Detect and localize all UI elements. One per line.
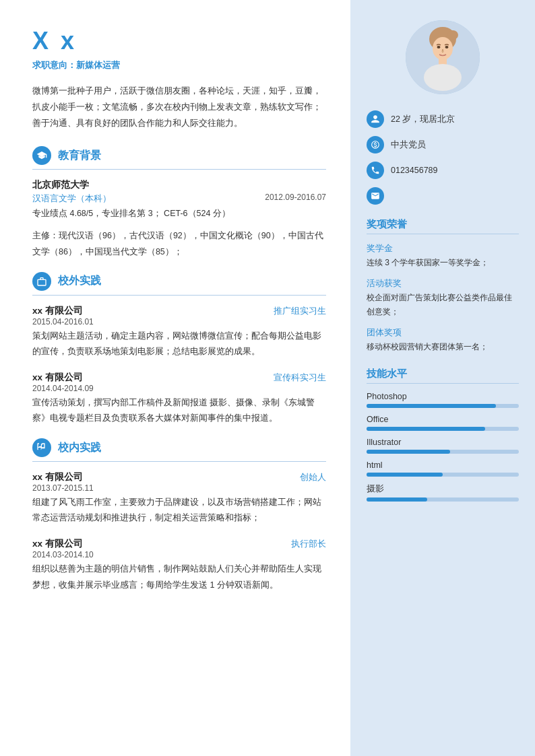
skill-item-4: 摄影	[367, 483, 519, 502]
exp-date-0: 2015.04-2016.01	[32, 317, 326, 327]
inside-exp-header-1: xx 有限公司 执行部长	[32, 538, 326, 550]
inside-practice-icon	[32, 438, 51, 457]
inside-exp-desc-1: 组织以慈善为主题的明信片销售，制作网站鼓励人们关心并帮助陌生人实现梦想，收集并展…	[32, 561, 326, 592]
left-column: X x 求职意向：新媒体运营 微博第一批种子用户，活跃于微信朋友圈，各种论坛，天…	[0, 0, 350, 756]
inside-exp-role-0: 创始人	[300, 471, 326, 483]
edu-courses: 主修：现代汉语（96），古代汉语（92），中国文化概论（90），中国古代文学（8…	[32, 228, 326, 259]
info-phone: 0123456789	[367, 162, 519, 179]
svg-point-5	[424, 64, 462, 91]
email-svg	[371, 191, 380, 201]
inside-exp-company-1: xx 有限公司	[32, 538, 83, 550]
skill-name-2: Illustrator	[367, 438, 519, 447]
book-svg	[36, 442, 47, 453]
award-name-0: 奖学金	[367, 242, 519, 254]
skill-bar-fill-0	[367, 404, 496, 408]
exp-company-1: xx 有限公司	[32, 372, 83, 384]
inside-exp-item-1: xx 有限公司 执行部长 2014.03-2014.10 组织以慈善为主题的明信…	[32, 538, 326, 592]
phone-svg	[371, 166, 380, 175]
education-section-header: 教育背景	[32, 146, 326, 170]
inside-practice-list: xx 有限公司 创始人 2013.07-2015.11 组建了风飞雨工作室，主要…	[32, 471, 326, 593]
header-description: 微博第一批种子用户，活跃于微信朋友圈，各种论坛，天涯，知乎，豆瓣，扒皮小能手一枚…	[32, 83, 326, 131]
info-email	[367, 187, 519, 205]
award-desc-2: 移动杯校园营销大赛团体第一名；	[367, 340, 519, 353]
edu-date: 2012.09-2016.07	[265, 193, 326, 206]
award-item-2: 团体奖项 移动杯校园营销大赛团体第一名；	[367, 327, 519, 353]
skill-bar-fill-1	[367, 427, 485, 431]
inside-exp-role-1: 执行部长	[291, 538, 326, 550]
outside-practice-title: 校外实践	[58, 274, 101, 288]
exp-role-1: 宣传科实习生	[274, 372, 326, 384]
exp-header-1: xx 有限公司 宣传科实习生	[32, 372, 326, 384]
skill-bar-bg-3	[367, 473, 519, 477]
inside-exp-header-0: xx 有限公司 创始人	[32, 471, 326, 483]
header: X x 求职意向：新媒体运营 微博第一批种子用户，活跃于微信朋友圈，各种论坛，天…	[32, 27, 326, 131]
skill-bar-fill-3	[367, 473, 443, 477]
svg-point-2	[447, 30, 458, 40]
exp-desc-0: 策划网站主题活动，确定主题内容，网站微博微信宣传；配合每期公益电影的宣传，负责联…	[32, 329, 326, 359]
award-item-1: 活动获奖 校企面对面广告策划比赛公益类作品最佳创意奖；	[367, 277, 519, 318]
award-item-0: 奖学金 连续 3 个学年获国家一等奖学金；	[367, 242, 519, 269]
skills-title: 技能水平	[367, 368, 519, 384]
inside-exp-date-1: 2014.03-2014.10	[32, 550, 326, 559]
exp-role-0: 推广组实习生	[274, 305, 326, 317]
skill-bar-fill-4	[367, 497, 427, 502]
title-value: 新媒体运营	[76, 60, 120, 70]
personal-info: 22 岁，现居北京 中共党员 0123456789	[367, 110, 519, 205]
phone-text: 0123456789	[391, 166, 438, 175]
inside-exp-company-0: xx 有限公司	[32, 471, 83, 483]
exp-desc-1: 宣传活动策划，撰写内部工作稿件及新闻报道 摄影、摄像、录制《东城警察》电视专题栏…	[32, 395, 326, 426]
avatar-svg	[406, 20, 480, 94]
age-location-text: 22 岁，现居北京	[391, 114, 455, 125]
skill-bar-bg-1	[367, 427, 519, 431]
skill-bar-fill-2	[367, 450, 450, 454]
education-icon	[32, 146, 51, 165]
edu-major: 汉语言文学（本科）	[32, 193, 111, 205]
exp-item-1: xx 有限公司 宣传科实习生 2014.04-2014.09 宣传活动策划，撰写…	[32, 372, 326, 426]
exp-company-0: xx 有限公司	[32, 305, 83, 317]
exp-header-0: xx 有限公司 推广组实习生	[32, 305, 326, 317]
skill-item-2: Illustrator	[367, 438, 519, 454]
party-icon	[367, 136, 384, 153]
skill-item-0: Photoshop	[367, 392, 519, 408]
inside-exp-desc-0: 组建了风飞雨工作室，主要致力于品牌建设，以及市场营销搭建工作；网站常态运营活动规…	[32, 495, 326, 526]
school-name: 北京师范大学	[32, 179, 326, 191]
education-block: 北京师范大学 汉语言文学（本科） 2012.09-2016.07 专业绩点 4.…	[32, 179, 326, 259]
skill-item-1: Office	[367, 415, 519, 431]
email-icon	[367, 187, 384, 205]
name: X x	[32, 27, 326, 55]
award-desc-1: 校企面对面广告策划比赛公益类作品最佳创意奖；	[367, 291, 519, 318]
svg-point-6	[437, 46, 441, 48]
awards-title: 奖项荣誉	[367, 218, 519, 234]
svg-point-7	[445, 46, 449, 48]
info-age: 22 岁，现居北京	[367, 110, 519, 128]
award-desc-0: 连续 3 个学年获国家一等奖学金；	[367, 256, 519, 269]
skill-bar-bg-2	[367, 450, 519, 454]
avatar	[406, 20, 480, 94]
outside-practice-icon	[32, 272, 51, 291]
person-icon	[367, 110, 384, 128]
edu-major-row: 汉语言文学（本科） 2012.09-2016.07	[32, 193, 326, 206]
inside-exp-item-0: xx 有限公司 创始人 2013.07-2015.11 组建了风飞雨工作室，主要…	[32, 471, 326, 526]
exp-date-1: 2014.04-2014.09	[32, 384, 326, 393]
info-party: 中共党员	[367, 136, 519, 153]
skills-section: 技能水平 Photoshop Office Illustrator html 摄…	[367, 368, 519, 502]
skill-item-3: html	[367, 460, 519, 477]
skill-name-4: 摄影	[367, 483, 519, 495]
person-svg	[371, 114, 380, 124]
skill-bar-bg-4	[367, 497, 519, 502]
title-prefix: 求职意向：	[32, 60, 76, 70]
inside-practice-section-header: 校内实践	[32, 438, 326, 462]
right-column: 22 岁，现居北京 中共党员 0123456789 奖项荣誉 奖学金 连续	[350, 0, 535, 756]
briefcase-svg	[36, 276, 47, 287]
inside-exp-date-0: 2013.07-2015.11	[32, 483, 326, 493]
award-name-1: 活动获奖	[367, 277, 519, 289]
skill-name-3: html	[367, 460, 519, 470]
awards-section: 奖项荣誉 奖学金 连续 3 个学年获国家一等奖学金； 活动获奖 校企面对面广告策…	[367, 218, 519, 354]
party-svg	[371, 140, 380, 149]
svg-rect-4	[439, 58, 447, 65]
education-title: 教育背景	[58, 149, 101, 163]
skill-name-0: Photoshop	[367, 392, 519, 401]
skill-bar-bg-0	[367, 404, 519, 408]
svg-point-3	[433, 37, 453, 60]
graduation-cap-svg	[36, 150, 47, 161]
